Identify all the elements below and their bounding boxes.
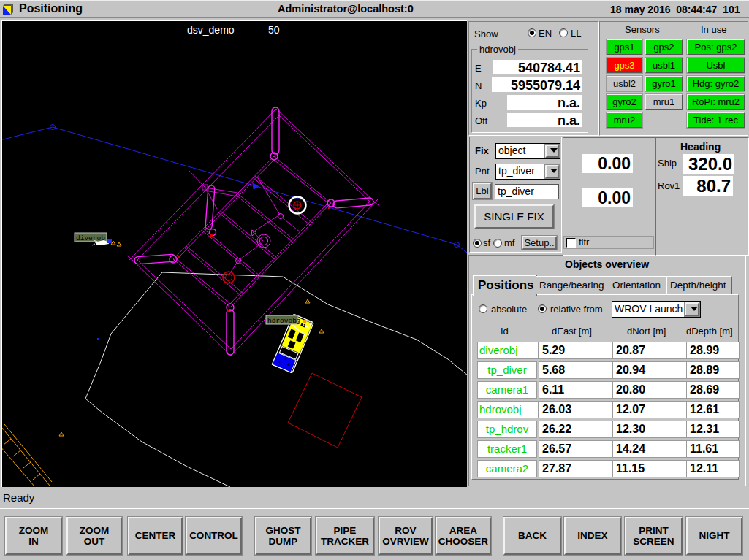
svg-text:hdrovobj: hdrovobj	[267, 317, 301, 325]
svg-text:dsv_demo: dsv_demo	[187, 24, 235, 36]
svg-text:50: 50	[268, 24, 280, 36]
